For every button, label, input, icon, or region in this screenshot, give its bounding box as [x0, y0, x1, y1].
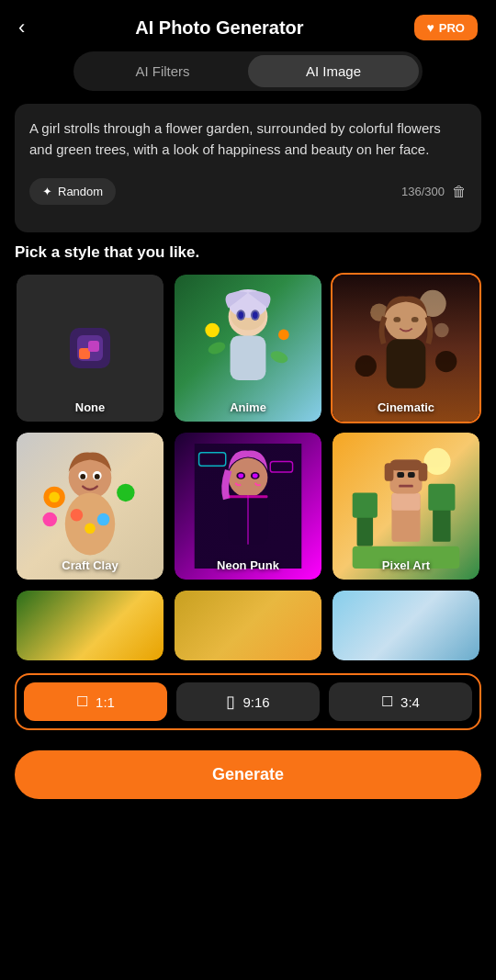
svg-rect-48 — [229, 495, 268, 498]
header: ‹ AI Photo Generator ♥ PRO — [0, 0, 496, 51]
prompt-text: A girl strolls through a flower garden, … — [29, 118, 467, 160]
style-cinematic-label: Cinematic — [333, 400, 479, 414]
svg-rect-58 — [385, 463, 394, 480]
char-count-value: 136/300 — [401, 185, 445, 198]
svg-point-18 — [434, 323, 449, 338]
svg-point-49 — [423, 448, 450, 475]
svg-point-27 — [117, 484, 134, 501]
page-title: AI Photo Generator — [135, 17, 303, 39]
svg-rect-59 — [419, 463, 428, 480]
svg-point-26 — [49, 491, 60, 502]
prompt-container[interactable]: A girl strolls through a flower garden, … — [15, 104, 481, 232]
pro-heart-icon: ♥ — [427, 20, 434, 35]
aspect-9-16-button[interactable]: ▯ 9:16 — [176, 682, 320, 721]
aspect-3-4-button[interactable]: ☐ 3:4 — [329, 682, 472, 721]
svg-point-13 — [269, 349, 289, 366]
aspect-1-1-icon: ☐ — [76, 693, 88, 710]
svg-point-37 — [85, 523, 96, 534]
aspect-9-16-icon: ▯ — [226, 693, 235, 710]
svg-point-15 — [278, 330, 289, 341]
svg-rect-61 — [408, 472, 415, 478]
svg-rect-53 — [353, 492, 378, 517]
svg-rect-57 — [390, 459, 423, 470]
random-label: Random — [58, 185, 103, 198]
style-card-row3-3[interactable] — [331, 589, 481, 662]
aspect-1-1-label: 1:1 — [96, 694, 115, 710]
prompt-footer: ✦ Random 136/300 🗑 — [29, 178, 467, 205]
svg-rect-62 — [399, 485, 413, 488]
pixelart-illustration — [344, 444, 468, 569]
svg-point-32 — [80, 474, 85, 479]
svg-point-35 — [71, 509, 84, 522]
svg-rect-11 — [231, 335, 266, 380]
style-section-title: Pick a style that you like. — [15, 243, 481, 262]
style-card-row3-1[interactable] — [15, 589, 165, 662]
style-card-pixel-art[interactable]: Pixel Art — [331, 431, 481, 581]
svg-point-20 — [393, 317, 400, 322]
style-none-label: None — [17, 400, 163, 414]
svg-point-41 — [229, 458, 268, 498]
svg-point-12 — [207, 340, 227, 356]
svg-rect-51 — [428, 484, 455, 511]
aspect-ratio-container: ☐ 1:1 ▯ 9:16 ☐ 3:4 — [15, 673, 481, 730]
svg-point-14 — [205, 323, 220, 338]
svg-point-10 — [253, 311, 258, 319]
aspect-3-4-label: 3:4 — [400, 694, 420, 710]
char-count: 136/300 🗑 — [401, 184, 467, 200]
svg-point-36 — [97, 513, 110, 526]
aspect-1-1-button[interactable]: ☐ 1:1 — [24, 682, 167, 721]
svg-point-9 — [238, 311, 243, 319]
neonpunk-illustration — [186, 444, 310, 569]
pro-badge[interactable]: ♥ PRO — [414, 15, 478, 40]
style-card-anime[interactable]: Anime — [173, 273, 323, 423]
svg-point-28 — [43, 513, 58, 527]
style-grid: None — [15, 273, 481, 662]
style-anime-label: Anime — [175, 400, 321, 414]
svg-rect-55 — [391, 492, 420, 510]
svg-point-45 — [253, 474, 258, 479]
style-neonpunk-label: Neon Punk — [175, 558, 321, 572]
delete-icon[interactable]: 🗑 — [452, 184, 467, 200]
svg-point-24 — [435, 351, 457, 372]
svg-rect-60 — [397, 472, 404, 478]
svg-point-23 — [355, 355, 377, 377]
none-style-icon — [62, 321, 118, 376]
style-card-neon-punk[interactable]: Neon Punk — [173, 431, 323, 581]
style-card-none[interactable]: None — [15, 273, 165, 423]
style-craftclay-label: Craft Clay — [17, 558, 163, 572]
svg-point-21 — [411, 317, 419, 322]
style-card-craft-clay[interactable]: Craft Clay — [15, 431, 165, 581]
svg-point-33 — [95, 474, 100, 479]
tab-ai-filters[interactable]: AI Filters — [77, 55, 248, 87]
random-button[interactable]: ✦ Random — [29, 178, 116, 205]
random-icon: ✦ — [42, 185, 52, 198]
style-card-cinematic[interactable]: Cinematic — [331, 273, 481, 423]
anime-illustration — [186, 286, 310, 411]
tab-ai-image[interactable]: AI Image — [248, 55, 419, 87]
craftclay-illustration — [28, 444, 152, 569]
generate-button[interactable]: Generate — [15, 750, 481, 799]
style-pixelart-label: Pixel Art — [333, 558, 479, 572]
aspect-3-4-icon: ☐ — [381, 693, 393, 710]
pro-label: PRO — [439, 21, 465, 35]
svg-point-44 — [238, 474, 243, 479]
svg-rect-3 — [88, 341, 99, 352]
svg-rect-22 — [387, 339, 426, 388]
back-button[interactable]: ‹ — [18, 16, 25, 39]
aspect-9-16-label: 9:16 — [242, 694, 269, 710]
tab-bar: AI Filters AI Image — [73, 51, 423, 91]
cinematic-illustration — [344, 286, 468, 411]
style-card-row3-2[interactable] — [173, 589, 323, 662]
